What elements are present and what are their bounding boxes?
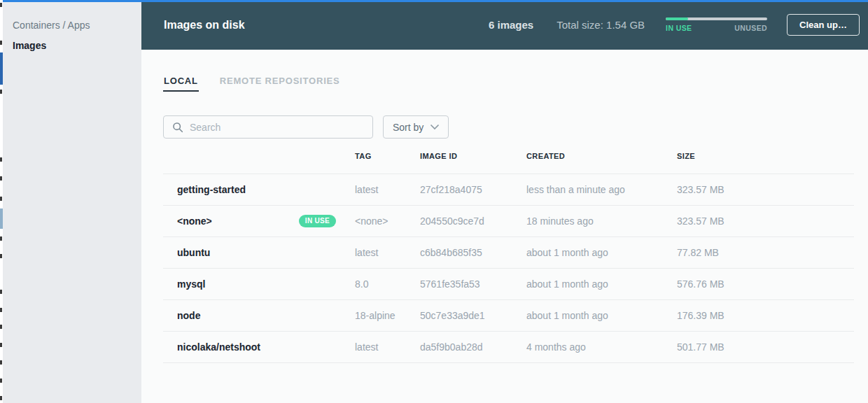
image-name: ubuntu (163, 236, 355, 268)
sidebar-item-containers-apps[interactable]: Containers / Apps (13, 15, 141, 36)
image-tag: latest (355, 174, 420, 205)
docker-desktop-window: Containers / Apps Images Images on disk … (0, 0, 868, 403)
image-tag: latest (355, 236, 420, 268)
column-header-size: SIZE (677, 139, 854, 174)
in-use-label: IN USE (666, 24, 692, 32)
image-created: about 1 month ago (526, 268, 677, 299)
image-id: 27cf218a4075 (420, 174, 526, 205)
search-input[interactable] (190, 122, 365, 133)
image-id: c6b84b685f35 (420, 236, 526, 268)
sort-by-button[interactable]: Sort by (383, 115, 449, 139)
image-created: less than a minute ago (526, 174, 677, 205)
image-size: 501.77 MB (677, 331, 854, 362)
window-accent-line (3, 0, 868, 2)
image-created: 18 minutes ago (526, 205, 677, 236)
image-size: 77.82 MB (677, 236, 854, 268)
image-id: 5761fe35fa53 (420, 268, 526, 299)
chevron-down-icon (430, 124, 440, 130)
search-box[interactable] (163, 115, 373, 139)
total-size: Total size: 1.54 GB (556, 19, 645, 31)
tab-remote-repositories[interactable]: REMOTE REPOSITORIES (219, 71, 341, 92)
image-size: 323.57 MB (677, 205, 854, 236)
images-header: Images on disk 6 images Total size: 1.54… (141, 0, 868, 50)
image-tag: latest (355, 331, 420, 362)
table-row[interactable]: node 18-alpine 50c7e33a9de1 about 1 mont… (163, 299, 854, 331)
table-row[interactable]: mysql 8.0 5761fe35fa53 about 1 month ago… (163, 268, 854, 299)
table-row[interactable]: ubuntu latest c6b84b685f35 about 1 month… (163, 236, 854, 268)
column-header-created: CREATED (526, 139, 677, 174)
unused-label: UNUSED (734, 24, 767, 32)
image-tag: <none> (355, 205, 420, 236)
image-tag: 8.0 (355, 268, 420, 299)
usage-bar-fill (666, 17, 688, 20)
page-title: Images on disk (164, 19, 245, 31)
image-id: da5f9b0ab28d (420, 331, 526, 362)
image-name: mysql (163, 268, 355, 299)
in-use-badge: IN USE (299, 215, 336, 227)
image-name: <none> IN USE (163, 205, 355, 236)
image-id: 204550c9ce7d (420, 205, 526, 236)
image-count: 6 images (489, 19, 533, 31)
images-table: TAG IMAGE ID CREATED SIZE getting-starte… (163, 139, 854, 363)
tab-bar: LOCAL REMOTE REPOSITORIES (163, 71, 854, 92)
images-content: LOCAL REMOTE REPOSITORIES Sort by (141, 50, 868, 403)
column-header-image-id: IMAGE ID (420, 139, 526, 174)
image-id: 50c7e33a9de1 (420, 299, 526, 331)
table-row[interactable]: getting-started latest 27cf218a4075 less… (163, 174, 854, 205)
column-header-tag: TAG (355, 139, 420, 174)
image-name: nicolaka/netshoot (163, 331, 355, 362)
image-name: getting-started (163, 174, 355, 205)
image-tag: 18-alpine (355, 299, 420, 331)
toolbar: Sort by (163, 115, 854, 139)
sidebar-item-images[interactable]: Images (13, 36, 141, 56)
image-created: about 1 month ago (526, 236, 677, 268)
sort-by-label: Sort by (393, 122, 424, 133)
sidebar: Containers / Apps Images (3, 0, 141, 403)
image-name-text: <none> (177, 215, 212, 227)
main-panel: Images on disk 6 images Total size: 1.54… (141, 0, 868, 403)
image-created: 4 months ago (526, 331, 677, 362)
table-row[interactable]: nicolaka/netshoot latest da5f9b0ab28d 4 … (163, 331, 854, 362)
table-header-row: TAG IMAGE ID CREATED SIZE (163, 139, 854, 174)
table-row[interactable]: <none> IN USE <none> 204550c9ce7d 18 min… (163, 205, 854, 236)
image-created: about 1 month ago (526, 299, 677, 331)
disk-usage-bar: IN USE UNUSED (666, 17, 767, 32)
tab-local[interactable]: LOCAL (163, 71, 199, 92)
image-size: 323.57 MB (677, 174, 854, 205)
image-size: 576.76 MB (677, 268, 854, 299)
search-icon (172, 122, 183, 133)
usage-track (666, 17, 767, 20)
clean-up-button[interactable]: Clean up… (787, 14, 860, 36)
image-size: 176.39 MB (677, 299, 854, 331)
column-header-name (163, 139, 355, 174)
image-name: node (163, 299, 355, 331)
